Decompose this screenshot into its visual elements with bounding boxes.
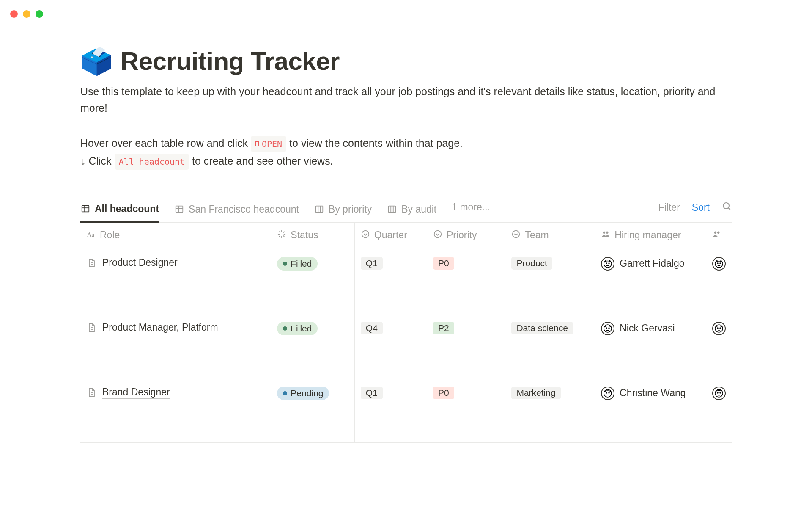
column-header-team[interactable]: Team: [505, 223, 595, 248]
svg-point-53: [720, 392, 721, 393]
hiring-manager[interactable]: Garrett Fidalgo: [601, 257, 700, 271]
status-pill[interactable]: Filled: [277, 257, 318, 271]
svg-point-26: [603, 231, 606, 234]
svg-point-50: [609, 392, 609, 393]
role-name[interactable]: Product Manager, Platform: [102, 322, 218, 334]
open-icon: [255, 141, 259, 146]
views-actions: Filter Sort: [658, 201, 732, 220]
code-label: All headcount: [119, 155, 185, 169]
instruction-line-1: Hover over each table row and click OPEN…: [80, 134, 732, 152]
priority-tag[interactable]: P2: [433, 322, 454, 334]
svg-point-41: [606, 328, 607, 329]
svg-point-42: [609, 328, 609, 329]
svg-point-45: [720, 328, 721, 329]
table-icon: [80, 204, 91, 214]
column-header-hiring-manager[interactable]: Hiring manager: [595, 223, 706, 248]
status-pill[interactable]: Pending: [277, 387, 329, 400]
view-tab-sf-headcount[interactable]: San Francisco headcount: [174, 199, 299, 222]
view-tab-all-headcount[interactable]: All headcount: [80, 199, 159, 223]
person-name: Garrett Fidalgo: [620, 258, 684, 269]
svg-point-12: [723, 203, 729, 209]
svg-point-52: [717, 392, 718, 393]
team-tag[interactable]: Data science: [511, 322, 573, 334]
view-tab-label: San Francisco headcount: [189, 204, 299, 215]
priority-tag[interactable]: P0: [433, 257, 454, 270]
avatar[interactable]: [712, 257, 726, 271]
hiring-manager[interactable]: Christine Wang: [601, 387, 700, 400]
page-icon: [86, 258, 96, 268]
column-label: Role: [100, 229, 120, 241]
svg-rect-6: [316, 206, 323, 213]
team-tag[interactable]: Marketing: [511, 387, 560, 399]
table-header-row: Aa Role Status: [80, 223, 732, 248]
svg-point-44: [717, 328, 718, 329]
search-icon[interactable]: [721, 201, 732, 214]
column-header-role[interactable]: Aa Role: [80, 223, 271, 248]
filter-button[interactable]: Filter: [658, 202, 680, 213]
sort-button[interactable]: Sort: [692, 202, 710, 213]
svg-point-23: [362, 230, 369, 237]
view-tab-label: All headcount: [95, 203, 159, 215]
role-name[interactable]: Product Designer: [102, 257, 178, 269]
instruction-text: to create and see other views.: [192, 155, 333, 167]
view-tab-by-audit[interactable]: By audit: [387, 199, 436, 222]
more-views-button[interactable]: 1 more...: [452, 202, 490, 220]
people-icon: [601, 229, 610, 241]
svg-rect-9: [389, 206, 396, 213]
priority-tag[interactable]: P0: [433, 387, 454, 399]
page-title[interactable]: Recruiting Tracker: [121, 47, 340, 76]
person-name: Christine Wang: [620, 387, 686, 399]
hiring-manager[interactable]: Nick Gervasi: [601, 322, 700, 335]
instruction-line-2: ↓ Click All headcount to create and see …: [80, 152, 732, 170]
page-icon: [86, 387, 96, 398]
avatar: [601, 387, 614, 400]
status-label: Filled: [291, 259, 312, 269]
column-header-extra[interactable]: [706, 223, 732, 248]
table-row[interactable]: Product DesignerFilledQ1P0ProductGarrett…: [80, 248, 732, 313]
view-tab-label: By priority: [329, 204, 372, 215]
avatar[interactable]: [712, 322, 726, 335]
column-header-priority[interactable]: Priority: [427, 223, 505, 248]
svg-rect-0: [82, 206, 89, 212]
svg-rect-3: [176, 206, 183, 213]
page-content: 🗳️ Recruiting Tracker Use this template …: [0, 0, 812, 443]
column-label: Hiring manager: [614, 229, 681, 241]
page-emoji[interactable]: 🗳️: [80, 48, 113, 75]
avatar: [601, 322, 614, 335]
headcount-table: Aa Role Status: [80, 223, 732, 443]
close-window-button[interactable]: [10, 10, 18, 18]
column-label: Quarter: [374, 229, 407, 241]
svg-point-29: [717, 231, 720, 234]
svg-point-36: [717, 263, 718, 264]
minimize-window-button[interactable]: [23, 10, 30, 18]
avatar[interactable]: [712, 387, 726, 400]
window-controls: [10, 10, 43, 18]
table-row[interactable]: Product Manager, PlatformFilledQ4P2Data …: [80, 313, 732, 378]
svg-point-25: [513, 230, 520, 237]
select-icon: [511, 229, 521, 241]
svg-line-22: [279, 232, 280, 232]
svg-text:Aa: Aa: [87, 231, 95, 237]
table-row[interactable]: Brand DesignerPendingQ1P0MarketingChrist…: [80, 378, 732, 442]
column-header-quarter[interactable]: Quarter: [354, 223, 427, 248]
role-name[interactable]: Brand Designer: [102, 387, 170, 399]
quarter-tag[interactable]: Q1: [361, 387, 383, 399]
views-tabs: All headcount San Francisco headcount By…: [80, 199, 732, 223]
svg-line-16: [283, 232, 284, 232]
team-tag[interactable]: Product: [511, 257, 552, 270]
people-icon: [712, 229, 721, 241]
text-icon: Aa: [86, 229, 96, 241]
page-header: 🗳️ Recruiting Tracker: [80, 47, 732, 76]
quarter-tag[interactable]: Q4: [361, 322, 383, 334]
all-headcount-code-chip: All headcount: [115, 154, 189, 170]
status-pill[interactable]: Filled: [277, 322, 318, 335]
column-header-status[interactable]: Status: [271, 223, 355, 248]
quarter-tag[interactable]: Q1: [361, 257, 383, 270]
view-tab-by-priority[interactable]: By priority: [314, 199, 372, 222]
open-label: OPEN: [262, 137, 282, 151]
svg-line-18: [283, 235, 284, 236]
view-tab-label: By audit: [401, 204, 436, 215]
column-label: Team: [525, 229, 549, 241]
open-code-chip: OPEN: [251, 136, 286, 152]
maximize-window-button[interactable]: [36, 10, 43, 18]
